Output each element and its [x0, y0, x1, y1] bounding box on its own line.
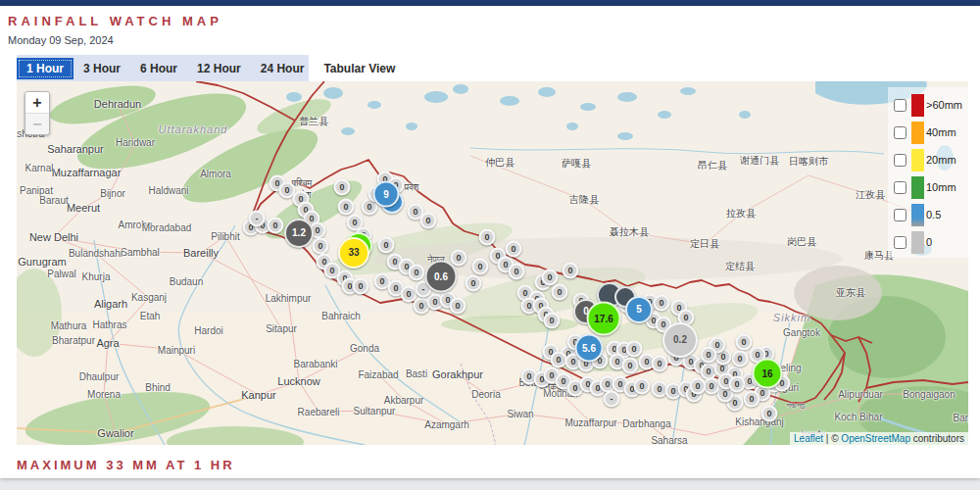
- rain-marker[interactable]: 0: [479, 229, 496, 246]
- openstreetmap-link[interactable]: OpenStreetMap: [841, 433, 910, 444]
- rain-marker[interactable]: 0: [268, 218, 284, 234]
- legend-checkbox[interactable]: [894, 99, 906, 112]
- rain-marker[interactable]: 0: [761, 406, 778, 422]
- tab-tabular-view[interactable]: Tabular View: [314, 58, 405, 79]
- rain-marker[interactable]: 0: [622, 358, 639, 374]
- map-base-art: [17, 81, 968, 445]
- legend-row: 0.5: [894, 201, 968, 228]
- map-attribution: Leaflet | © OpenStreetMap contributors: [790, 432, 968, 445]
- rain-marker[interactable]: 0: [509, 264, 525, 280]
- legend-row: 10mm: [894, 173, 968, 201]
- legend-label: 20mm: [926, 154, 956, 166]
- rain-marker[interactable]: 0: [544, 313, 561, 329]
- zoom-in-button[interactable]: +: [25, 92, 49, 113]
- rain-marker[interactable]: 0: [552, 284, 568, 301]
- rain-marker[interactable]: 0: [654, 295, 670, 312]
- rain-marker[interactable]: 5.6: [575, 334, 604, 363]
- rain-marker[interactable]: 0: [729, 376, 746, 393]
- rain-marker[interactable]: 0.6: [425, 261, 458, 293]
- rain-marker[interactable]: 0: [652, 356, 668, 372]
- legend-checkbox[interactable]: [894, 209, 906, 221]
- rain-marker[interactable]: 17.6: [587, 302, 621, 336]
- rain-marker[interactable]: 0.2: [662, 322, 698, 358]
- rain-marker[interactable]: 0: [450, 298, 466, 315]
- rain-marker[interactable]: 16: [753, 359, 783, 389]
- legend-color-swatch: [911, 94, 924, 117]
- rain-marker[interactable]: 0: [338, 199, 355, 216]
- tab-12-hour[interactable]: 12 Hour: [187, 58, 251, 79]
- rain-marker[interactable]: 0: [420, 213, 437, 229]
- rain-marker[interactable]: 0: [466, 275, 482, 292]
- rain-marker[interactable]: -: [604, 391, 620, 408]
- legend-color-swatch: [911, 122, 924, 144]
- rain-marker[interactable]: 0: [409, 265, 425, 281]
- rain-marker[interactable]: 0: [313, 238, 329, 255]
- legend-row: 0: [894, 228, 968, 256]
- page: RAINFALL WATCH MAP Monday 09 Sep, 2024 1…: [0, 0, 980, 490]
- zoom-out-button[interactable]: −: [25, 113, 49, 134]
- legend-checkbox[interactable]: [894, 154, 906, 167]
- legend-label: 40mm: [926, 126, 956, 138]
- rain-marker[interactable]: 5: [625, 296, 653, 323]
- rain-marker[interactable]: 0: [563, 263, 579, 279]
- rain-marker[interactable]: 9: [373, 181, 400, 208]
- legend-checkbox[interactable]: [894, 181, 906, 194]
- map-zoom-control: + −: [24, 91, 50, 135]
- legend-color-swatch: [911, 231, 924, 254]
- rainfall-legend: >60mm40mm20mm10mm0.50: [888, 87, 968, 258]
- legend-label: 0: [926, 236, 932, 248]
- tab-1-hour[interactable]: 1 Hour: [17, 58, 74, 79]
- time-range-tabs: 1 Hour3 Hour6 Hour12 Hour24 HourTabular …: [17, 55, 309, 81]
- attribution-contributors: contributors: [910, 433, 964, 444]
- rain-marker[interactable]: 0: [736, 334, 753, 351]
- rain-marker[interactable]: 0: [506, 241, 522, 258]
- legend-color-swatch: [911, 149, 924, 172]
- rain-marker[interactable]: 1.2: [284, 219, 314, 248]
- legend-label: 0.5: [926, 209, 941, 220]
- rain-marker[interactable]: 0: [744, 391, 760, 408]
- rain-marker[interactable]: 0: [732, 351, 749, 368]
- rain-marker[interactable]: 0: [690, 378, 707, 395]
- legend-checkbox[interactable]: [894, 236, 906, 249]
- rain-marker[interactable]: -: [249, 211, 266, 227]
- header: RAINFALL WATCH MAP Monday 09 Sep, 2024: [0, 6, 980, 46]
- content-card: RAINFALL WATCH MAP Monday 09 Sep, 2024 1…: [0, 6, 980, 478]
- rain-marker[interactable]: 0: [353, 278, 369, 295]
- legend-label: >60mm: [926, 99, 962, 111]
- legend-label: 10mm: [926, 181, 956, 193]
- page-date: Monday 09 Sep, 2024: [8, 34, 980, 46]
- rain-marker[interactable]: 0: [451, 250, 467, 267]
- rainfall-map[interactable]: DehradunNew DelhiSaharanpurMuzaffarnagar…: [17, 81, 968, 445]
- max-rainfall-text: MAXIMUM 33 MM AT 1 HR: [17, 458, 980, 472]
- rain-marker[interactable]: 0: [701, 347, 717, 364]
- legend-row: >60mm: [894, 91, 968, 119]
- attribution-separator: | ©: [823, 433, 841, 444]
- leaflet-link[interactable]: Leaflet: [794, 433, 823, 444]
- tab-24-hour[interactable]: 24 Hour: [251, 58, 315, 79]
- legend-checkbox[interactable]: [894, 126, 906, 139]
- tab-6-hour[interactable]: 6 Hour: [130, 58, 187, 79]
- legend-row: 20mm: [894, 146, 968, 173]
- rain-marker[interactable]: 0: [378, 237, 395, 254]
- rain-marker[interactable]: 0: [334, 179, 351, 196]
- rain-marker[interactable]: 33: [338, 237, 369, 269]
- tab-3-hour[interactable]: 3 Hour: [74, 58, 130, 79]
- legend-color-swatch: [911, 176, 924, 199]
- rain-marker[interactable]: 0: [626, 341, 643, 358]
- page-title: RAINFALL WATCH MAP: [8, 14, 980, 28]
- rain-marker[interactable]: 0: [634, 378, 651, 395]
- legend-color-swatch: [911, 204, 924, 226]
- legend-row: 40mm: [894, 119, 968, 146]
- rain-marker[interactable]: 0: [472, 259, 489, 275]
- rain-marker[interactable]: 0: [542, 270, 559, 286]
